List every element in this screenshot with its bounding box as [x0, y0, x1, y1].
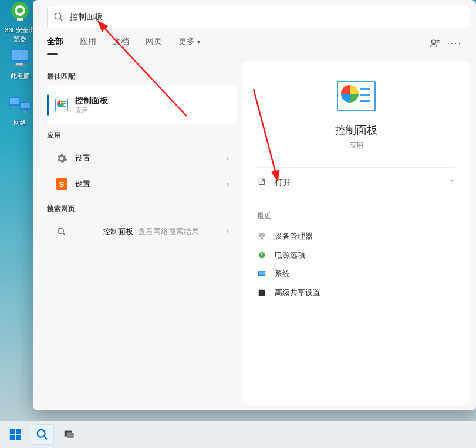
recent-label: 高级共享设置 [275, 287, 320, 298]
svg-rect-21 [261, 238, 263, 239]
svg-rect-37 [67, 433, 74, 438]
sogou-icon: S [55, 178, 68, 191]
svg-point-14 [55, 13, 61, 19]
svg-rect-7 [14, 65, 26, 66]
result-web-search[interactable]: 控制面板 - 查看网络搜索结果 › [47, 219, 237, 245]
start-button[interactable] [4, 424, 27, 445]
recent-label: 设备管理器 [275, 231, 313, 242]
result-app-settings[interactable]: 设置 › [47, 145, 237, 171]
svg-rect-20 [259, 233, 265, 237]
tabs: 全部 应用 文档 网页 更多▾ ··· [33, 28, 476, 59]
tab-apps[interactable]: 应用 [80, 36, 96, 50]
svg-rect-11 [21, 103, 30, 108]
power-icon [257, 250, 266, 260]
account-icon[interactable] [430, 37, 441, 50]
result-app-sogou[interactable]: S 设置 › [47, 171, 237, 197]
svg-rect-33 [16, 435, 21, 440]
svg-rect-32 [10, 435, 15, 440]
result-label: 设置 [75, 179, 227, 189]
taskbar-search-button[interactable] [31, 424, 54, 445]
recent-label: 最近 [257, 211, 455, 221]
taskbar [0, 421, 476, 448]
svg-point-17 [58, 228, 63, 233]
browser-icon [8, 0, 32, 23]
svg-rect-9 [10, 98, 19, 104]
chevron-right-icon: › [227, 154, 229, 162]
results-left: 最佳匹配 控制面板 应用 应用 设置 › S 设置 [33, 59, 242, 410]
svg-rect-12 [13, 107, 15, 108]
recent-power[interactable]: 电源选项 [257, 246, 455, 264]
desktop-icon-label: 360安全浏览器 [5, 26, 35, 42]
desktop-icon-label: 此电脑 [11, 72, 30, 79]
section-apps: 应用 [47, 131, 242, 141]
network-icon [8, 93, 32, 116]
tab-more[interactable]: 更多▾ [178, 36, 200, 50]
control-panel-icon [337, 80, 376, 113]
svg-rect-6 [16, 63, 23, 65]
web-suffix: - 查看网络搜索结果 [133, 226, 199, 237]
result-title: 控制面板 [75, 96, 229, 106]
result-label: 设置 [75, 153, 227, 164]
recent-label: 系统 [275, 269, 290, 279]
search-input[interactable] [70, 12, 464, 22]
open-icon [257, 178, 266, 188]
search-icon [53, 12, 64, 22]
chevron-right-icon: › [227, 180, 229, 188]
open-action[interactable]: 打开 [257, 168, 455, 198]
device-manager-icon [257, 232, 266, 241]
recent-system[interactable]: 系统 [257, 264, 455, 283]
svg-line-15 [60, 18, 62, 21]
tab-all[interactable]: 全部 [47, 36, 63, 50]
desktop-icon-360[interactable]: 360安全浏览器 [2, 0, 38, 43]
open-label: 打开 [275, 178, 291, 188]
chevron-down-icon[interactable]: ⌄ [447, 172, 457, 185]
more-icon[interactable]: ··· [451, 38, 462, 49]
details-title: 控制面板 [257, 123, 455, 137]
search-bar[interactable] [47, 6, 470, 28]
svg-point-34 [38, 430, 45, 437]
svg-rect-5 [12, 50, 28, 60]
recent-label: 电源选项 [275, 250, 305, 260]
gear-icon [55, 152, 68, 165]
desktop-icon-network[interactable]: 网络 [2, 93, 38, 127]
svg-rect-31 [16, 429, 21, 434]
chevron-right-icon: › [227, 228, 229, 236]
tab-web[interactable]: 网页 [146, 36, 162, 50]
system-icon [257, 269, 266, 279]
chevron-down-icon: ▾ [197, 39, 200, 45]
share-icon [257, 288, 266, 297]
web-prefix: 控制面板 [103, 226, 133, 237]
task-view-button[interactable] [58, 424, 81, 445]
svg-rect-26 [259, 272, 265, 275]
control-panel-icon [55, 99, 68, 111]
desktop-icon-this-pc[interactable]: 此电脑 [2, 46, 38, 80]
svg-point-16 [431, 40, 436, 44]
svg-line-18 [63, 233, 65, 235]
recent-share[interactable]: 高级共享设置 [257, 283, 455, 302]
svg-rect-22 [260, 239, 264, 239]
details-subtitle: 应用 [257, 141, 455, 151]
section-web: 搜索网页 [47, 204, 242, 214]
svg-line-35 [44, 436, 48, 440]
section-best-match: 最佳匹配 [47, 72, 242, 82]
svg-rect-13 [24, 111, 26, 113]
search-icon [55, 225, 68, 238]
svg-point-2 [17, 8, 23, 13]
svg-rect-24 [261, 253, 262, 255]
recent-device-manager[interactable]: 设备管理器 [257, 227, 455, 246]
monitor-icon [8, 46, 32, 69]
svg-rect-3 [17, 18, 23, 21]
details-pane: 控制面板 应用 ⌄ 打开 最近 设备管理器 电源选项 系 [242, 62, 470, 405]
svg-rect-27 [259, 290, 265, 296]
tab-docs[interactable]: 文档 [113, 36, 129, 50]
result-subtitle: 应用 [75, 106, 229, 115]
search-panel: 全部 应用 文档 网页 更多▾ ··· 最佳匹配 控制面板 应用 应用 [33, 0, 476, 410]
svg-rect-30 [10, 429, 15, 434]
result-best-match[interactable]: 控制面板 应用 [47, 86, 237, 124]
desktop-icon-label: 网络 [13, 119, 26, 126]
